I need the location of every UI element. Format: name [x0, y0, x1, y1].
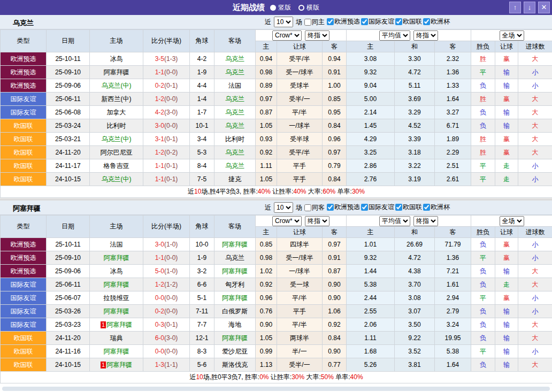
col-avg-home: 主 — [347, 227, 395, 238]
close-button[interactable]: ✕ — [538, 2, 550, 13]
league-checkbox[interactable] — [423, 204, 430, 211]
league-checkbox[interactable] — [395, 204, 402, 211]
home-team: 乌克兰(中) — [102, 135, 132, 143]
match-row: 欧洲预选 25-09-06 冰岛 5-0(1-0) 3-2 阿塞拜疆 1.02 … — [1, 265, 552, 278]
scope-select[interactable]: 全场 — [500, 216, 524, 226]
horizontal-layout-radio[interactable]: 横版 — [298, 3, 319, 12]
corner-cell: 10-1 — [190, 119, 214, 133]
match-rows: 欧洲预选 25-10-11 法国 3-0(1-0) 10-0 阿塞拜疆 0.85… — [1, 238, 552, 372]
league-filter-2[interactable]: 国际友谊 — [361, 203, 394, 212]
home-team: 乌克兰(中) — [102, 175, 132, 183]
odds-stage-select[interactable]: 终指 — [305, 30, 329, 41]
panel-title: 近期战绩 — [233, 3, 265, 13]
col-away: 客场 — [214, 30, 256, 52]
score-cell: 1-1(0-0) — [143, 251, 190, 265]
summary-row: 近10场,胜0平3负7, 胜率:0% 让胜率:30% 大率:50% 单率:40% — [1, 372, 552, 383]
handicap: 平手 — [277, 305, 323, 318]
summary-segment: 单率: — [334, 373, 350, 381]
handicap: 受一/球半 — [277, 66, 323, 79]
goals-result-cell: 小 — [518, 159, 552, 173]
league-checkbox[interactable] — [327, 18, 334, 25]
average-select[interactable]: 平均值 — [379, 30, 410, 41]
average-stage-select[interactable]: 终指 — [413, 30, 438, 41]
score-cell: 1-1(0-1) — [143, 173, 190, 186]
team-name: 阿塞拜疆 — [13, 204, 41, 213]
league-badge: 欧国联 — [1, 358, 47, 372]
full-time-score: 0-2 — [155, 82, 164, 89]
same-side-filter[interactable]: 同客 — [304, 203, 325, 212]
away-team-cell: 乌克兰 — [214, 93, 256, 106]
odds-stage-select[interactable]: 终指 — [305, 216, 329, 226]
avg-away-odds: 2.29 — [435, 146, 471, 159]
red-card-badge: 1 — [101, 321, 106, 328]
scroll-up-button[interactable]: ↑ — [509, 2, 521, 13]
league-checkbox[interactable] — [423, 18, 430, 25]
full-time-score: 4-2 — [155, 109, 164, 116]
league-badge: 国际友谊 — [1, 93, 47, 106]
same-side-checkbox[interactable] — [304, 204, 311, 211]
league-checkbox[interactable] — [361, 18, 368, 25]
result-cell: 负 — [471, 278, 495, 291]
avg-away-odds: 3.27 — [435, 106, 471, 119]
section-filter-row: 乌克兰 近 10 场 同主 欧洲预选国际友谊欧国联欧洲杯 — [0, 15, 552, 29]
scrollbar-thumb[interactable] — [2, 387, 550, 391]
half-time-score: (0-1) — [164, 162, 178, 170]
odds-away: 0.91 — [323, 66, 347, 79]
league-checkbox[interactable] — [327, 204, 334, 211]
average-stage-select[interactable]: 终指 — [413, 216, 438, 226]
league-filter-3[interactable]: 欧国联 — [395, 17, 422, 26]
average-select[interactable]: 平均值 — [379, 216, 410, 226]
home-team: 法国 — [110, 241, 123, 248]
col-corner: 角球 — [190, 216, 214, 238]
handicap-result-cell: 输 — [495, 265, 518, 278]
league-filter-3[interactable]: 欧国联 — [395, 203, 422, 212]
odds-away: 0.96 — [323, 133, 347, 146]
summary-segment: 大率: — [304, 373, 321, 381]
recent-count-select[interactable]: 10 — [274, 17, 293, 27]
result-cell: 负 — [471, 238, 495, 251]
odds-company-select[interactable]: Crow* — [272, 30, 302, 41]
result-cell: 胜 — [471, 93, 495, 106]
same-side-filter[interactable]: 同主 — [304, 18, 325, 27]
league-filter-1[interactable]: 欧洲预选 — [327, 203, 360, 212]
recent-count-select[interactable]: 10 — [274, 202, 293, 213]
league-filter-4[interactable]: 欧洲杯 — [423, 17, 450, 26]
league-checkbox[interactable] — [361, 204, 368, 211]
home-team: 阿塞拜疆 — [104, 281, 129, 288]
same-side-checkbox[interactable] — [304, 19, 311, 26]
avg-draw-odds: 3.50 — [395, 318, 435, 332]
full-time-score: 0-0 — [155, 294, 164, 302]
horizontal-scrollbar[interactable] — [0, 383, 552, 392]
score-cell: 1-2(1-2) — [143, 278, 190, 291]
avg-away-odds: 71.79 — [435, 238, 471, 251]
result-cell: 平 — [471, 291, 495, 305]
home-team-cell: 阿塞拜疆 — [90, 278, 143, 291]
avg-away-odds: 1.61 — [435, 278, 471, 291]
full-time-score: 1-1 — [155, 175, 164, 183]
score-cell: 0-0(0-0) — [143, 291, 190, 305]
home-team: 格鲁吉亚 — [104, 162, 129, 170]
radio-unselected-icon[interactable] — [298, 5, 304, 11]
league-checkbox[interactable] — [395, 18, 402, 25]
sections-host: 乌克兰 近 10 场 同主 欧洲预选国际友谊欧国联欧洲杯 — [0, 15, 552, 383]
home-team-cell: 阿塞拜疆 — [90, 305, 143, 318]
scope-select[interactable]: 全场 — [500, 30, 524, 41]
score-cell: 1-2(0-0) — [143, 93, 190, 106]
league-filter-4[interactable]: 欧洲杯 — [423, 203, 450, 212]
away-team-cell: 阿塞拜疆 — [214, 291, 256, 305]
vertical-layout-radio[interactable]: 竖版 — [270, 3, 291, 12]
league-filter-2[interactable]: 国际友谊 — [361, 17, 394, 26]
radio-selected-icon[interactable] — [270, 5, 276, 11]
titlebar: 近期战绩 竖版 横版 ↑ ↓ ✕ — [0, 0, 552, 15]
summary-segment: 0% — [259, 373, 269, 381]
scroll-down-button[interactable]: ↓ — [524, 2, 535, 13]
league-filter-1[interactable]: 欧洲预选 — [327, 17, 360, 26]
handicap: 平/半 — [277, 106, 323, 119]
away-team: 海地 — [228, 321, 241, 328]
league-badge: 欧洲预选 — [1, 238, 47, 251]
match-date: 25-03-24 — [47, 119, 90, 133]
avg-draw-odds: 3.39 — [395, 133, 435, 146]
odds-home: 0.85 — [256, 238, 277, 251]
odds-company-select[interactable]: Crow* — [272, 216, 302, 226]
col-type: 类型 — [1, 30, 47, 52]
